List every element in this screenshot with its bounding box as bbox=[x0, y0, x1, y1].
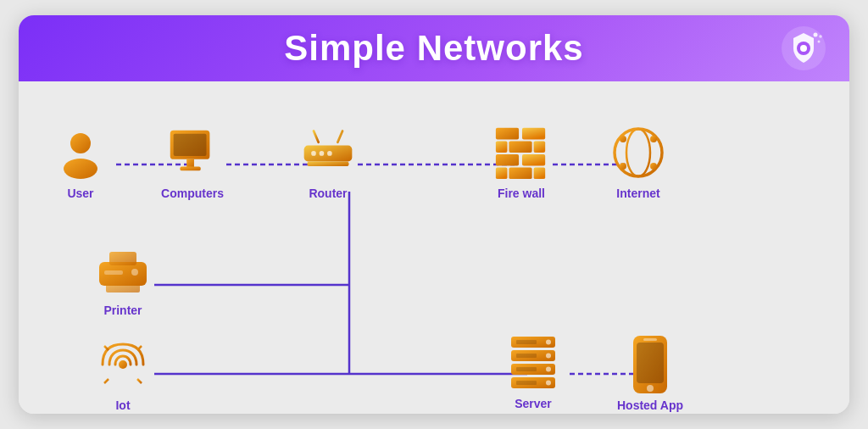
svg-rect-18 bbox=[186, 159, 194, 168]
svg-point-15 bbox=[64, 159, 97, 179]
firewall-icon bbox=[492, 124, 550, 181]
svg-rect-30 bbox=[496, 141, 508, 153]
svg-point-4 bbox=[818, 41, 821, 43]
svg-rect-17 bbox=[174, 134, 207, 156]
diagram-area: User bbox=[19, 81, 849, 414]
svg-point-26 bbox=[327, 151, 332, 156]
svg-rect-31 bbox=[509, 141, 531, 153]
svg-point-42 bbox=[620, 136, 626, 142]
svg-rect-48 bbox=[109, 252, 136, 265]
node-iot: Iot bbox=[85, 336, 161, 412]
svg-rect-32 bbox=[534, 141, 546, 153]
iot-label: Iot bbox=[115, 398, 130, 412]
svg-rect-19 bbox=[180, 167, 200, 171]
node-printer: Printer bbox=[85, 241, 161, 317]
node-internet: Internet bbox=[600, 124, 676, 200]
hosted-app-label: Hosted App bbox=[617, 398, 683, 412]
svg-point-67 bbox=[546, 381, 551, 386]
svg-point-14 bbox=[70, 133, 91, 153]
svg-rect-28 bbox=[496, 128, 519, 140]
svg-rect-71 bbox=[516, 381, 537, 385]
node-computers: Computers bbox=[154, 124, 231, 200]
svg-point-43 bbox=[650, 136, 657, 142]
svg-point-45 bbox=[650, 163, 657, 170]
node-hosted-app: Hosted App bbox=[612, 336, 688, 412]
internet-icon bbox=[609, 124, 667, 181]
svg-rect-69 bbox=[516, 354, 537, 358]
svg-rect-37 bbox=[534, 167, 546, 179]
router-icon bbox=[299, 124, 357, 181]
server-icon bbox=[504, 334, 562, 392]
main-card: Simple Networks bbox=[19, 15, 849, 414]
node-router: Router bbox=[290, 124, 366, 200]
svg-rect-68 bbox=[516, 340, 537, 344]
router-label: Router bbox=[309, 187, 347, 200]
svg-point-24 bbox=[311, 151, 316, 156]
svg-line-58 bbox=[137, 379, 142, 383]
svg-point-66 bbox=[546, 367, 551, 372]
header: Simple Networks bbox=[19, 15, 849, 81]
svg-rect-75 bbox=[643, 338, 657, 341]
node-user: User bbox=[42, 124, 119, 200]
svg-point-44 bbox=[620, 163, 626, 170]
user-label: User bbox=[67, 187, 93, 200]
svg-rect-49 bbox=[104, 270, 123, 275]
hosted-app-icon bbox=[621, 336, 679, 393]
shield-star-icon bbox=[782, 26, 826, 70]
printer-label: Printer bbox=[103, 304, 142, 317]
svg-point-25 bbox=[320, 151, 325, 156]
firewall-label: Fire wall bbox=[498, 187, 545, 200]
svg-point-50 bbox=[131, 269, 138, 276]
svg-rect-73 bbox=[637, 343, 664, 383]
server-label: Server bbox=[515, 397, 552, 410]
user-icon bbox=[52, 124, 109, 181]
page-title: Simple Networks bbox=[284, 28, 583, 69]
svg-point-51 bbox=[119, 360, 127, 369]
internet-label: Internet bbox=[616, 187, 659, 200]
svg-rect-36 bbox=[509, 167, 531, 179]
node-server: Server bbox=[495, 334, 571, 410]
svg-point-65 bbox=[546, 354, 551, 359]
computers-label: Computers bbox=[161, 187, 224, 200]
computers-icon bbox=[164, 124, 221, 181]
svg-rect-70 bbox=[516, 367, 537, 371]
svg-rect-33 bbox=[496, 154, 519, 166]
svg-rect-27 bbox=[307, 161, 348, 166]
svg-line-57 bbox=[104, 379, 108, 383]
node-firewall: Fire wall bbox=[483, 124, 559, 200]
svg-point-2 bbox=[800, 45, 807, 52]
svg-rect-35 bbox=[496, 167, 508, 179]
svg-rect-34 bbox=[522, 154, 545, 166]
svg-line-56 bbox=[137, 346, 142, 350]
svg-point-74 bbox=[647, 385, 654, 392]
printer-icon bbox=[94, 241, 152, 298]
svg-point-5 bbox=[819, 35, 822, 38]
svg-point-64 bbox=[546, 340, 551, 345]
svg-line-22 bbox=[337, 131, 342, 142]
svg-line-20 bbox=[314, 131, 319, 142]
iot-icon bbox=[94, 336, 152, 393]
svg-line-55 bbox=[104, 346, 108, 350]
svg-rect-29 bbox=[522, 128, 545, 140]
svg-point-3 bbox=[814, 33, 818, 37]
